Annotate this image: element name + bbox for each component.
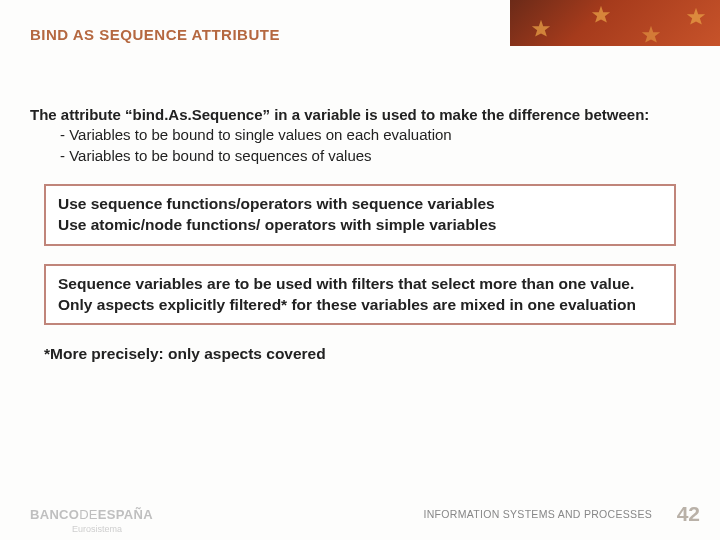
star-icon	[685, 6, 707, 28]
star-icon	[590, 4, 612, 26]
decorative-banner	[510, 0, 720, 46]
logo-part1: BANCO	[30, 507, 79, 522]
callout1-line2: Use atomic/node functions/ operators wit…	[58, 215, 662, 236]
intro-bullet-2: - Variables to be bound to sequences of …	[60, 146, 690, 166]
page-number: 42	[677, 502, 700, 526]
footnote: *More precisely: only aspects covered	[44, 345, 720, 363]
callout-box-1: Use sequence functions/operators with se…	[44, 184, 676, 246]
intro-bullet-1: - Variables to be bound to single values…	[60, 125, 690, 145]
bank-logo: BANCODEESPAÑA	[30, 507, 153, 522]
department-label: INFORMATION SYSTEMS AND PROCESSES	[424, 508, 653, 520]
logo-part3: ESPAÑA	[98, 507, 153, 522]
logo-part2: DE	[79, 507, 98, 522]
logo-subtitle: Eurosistema	[72, 524, 122, 534]
intro-paragraph: The attribute “bind.As.Sequence” in a va…	[30, 105, 690, 166]
callout2-text: Sequence variables are to be used with f…	[58, 275, 636, 313]
star-icon	[530, 18, 552, 40]
slide-title: BIND AS SEQUENCE ATTRIBUTE	[30, 26, 280, 43]
intro-lead: The attribute “bind.As.Sequence” in a va…	[30, 105, 690, 125]
callout-box-2: Sequence variables are to be used with f…	[44, 264, 676, 326]
callout1-line1: Use sequence functions/operators with se…	[58, 194, 662, 215]
slide-footer: BANCODEESPAÑA Eurosistema INFORMATION SY…	[0, 485, 720, 540]
star-icon	[640, 24, 662, 46]
slide-header: BIND AS SEQUENCE ATTRIBUTE	[0, 0, 720, 50]
